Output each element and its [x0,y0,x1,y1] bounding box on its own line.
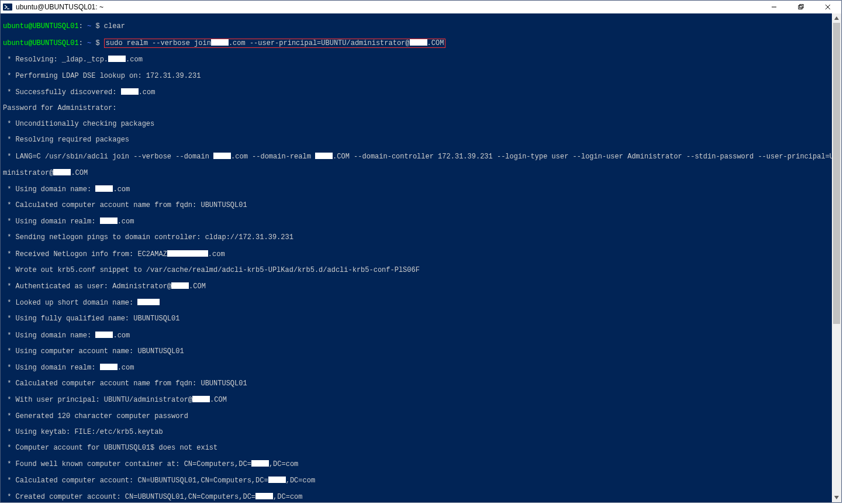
output-line: * Resolving: _ldap._tcp..com [3,56,830,64]
scroll-up-button[interactable] [832,13,841,23]
output-line: * Using domain realm: .com [3,218,830,226]
output-line: * Using keytab: FILE:/etc/krb5.keytab [3,429,830,437]
redaction [121,88,139,95]
window-title: ubuntu@UBUNTUSQL01: ~ [16,3,103,11]
prompt-path: ~ [87,39,91,47]
output-line: * Generated 120 character computer passw… [3,413,830,421]
terminal-output[interactable]: ubuntu@UBUNTUSQL01: ~ $ clear ubuntu@UBU… [1,13,832,502]
redaction [315,153,333,159]
redaction [410,39,427,46]
app-window: ubuntu@UBUNTUSQL01: ~ ubuntu@UBUNTUSQL01… [0,0,842,503]
output-line: Password for Administrator: [3,105,830,113]
redaction [251,460,269,467]
command-clear: clear [104,22,125,30]
redaction [95,332,113,338]
output-line: * Authenticated as user: Administrator@.… [3,282,830,291]
scroll-track[interactable] [832,23,841,493]
redaction [100,364,118,370]
output-line: * Found well known computer container at… [3,460,830,469]
svg-rect-3 [799,6,802,9]
output-line: * Calculated computer account name from … [3,202,830,210]
output-line: * Wrote out krb5.conf snippet to /var/ca… [3,267,830,275]
output-line: * Computer account for UBUNTUSQL01$ does… [3,444,830,453]
terminal-area[interactable]: ubuntu@UBUNTUSQL01: ~ $ clear ubuntu@UBU… [1,13,841,502]
output-line: * Successfully discovered: .com [3,88,830,97]
output-line: * Using domain realm: .com [3,364,830,372]
close-button[interactable] [814,1,841,13]
output-line: * Sending netlogon pings to domain contr… [3,234,830,242]
redaction [167,250,208,257]
output-line: * Calculated computer account name from … [3,380,830,388]
svg-rect-4 [800,5,803,8]
redaction [171,282,189,289]
prompt-user: ubuntu@UBUNTUSQL01 [3,39,79,47]
output-line: * Using fully qualified name: UBUNTUSQL0… [3,315,830,323]
output-line: * Using computer account name: UBUNTUSQL… [3,348,830,356]
redaction [211,39,229,46]
redaction [100,218,118,224]
prompt-user: ubuntu@UBUNTUSQL01 [3,22,79,30]
minimize-button[interactable] [761,1,787,13]
prompt-path: ~ [87,22,91,30]
redaction [213,153,231,159]
output-line: * Created computer account: CN=UBUNTUSQL… [3,493,830,502]
redaction [137,299,160,305]
output-line: * Using domain name: .com [3,185,830,194]
title-bar[interactable]: ubuntu@UBUNTUSQL01: ~ [1,1,841,13]
output-line: * Looked up short domain name: [3,299,830,308]
redaction [95,185,113,192]
output-line: * LANG=C /usr/sbin/adcli join --verbose … [3,153,830,161]
svg-marker-7 [834,16,839,20]
svg-marker-8 [834,496,839,499]
vertical-scrollbar[interactable] [832,13,841,502]
prompt-line: ubuntu@UBUNTUSQL01: ~ $ sudo realm --ver… [3,39,830,48]
output-line: * Resolving required packages [3,136,830,144]
output-line: ministrator@.COM [3,169,830,178]
output-line: * Calculated computer account: CN=UBUNTU… [3,477,830,485]
redaction [53,169,71,175]
redaction [108,56,126,62]
output-line: * Performing LDAP DSE lookup on: 172.31.… [3,73,830,81]
highlighted-command: sudo realm --verbose join.com --user-pri… [104,39,446,48]
redaction [255,493,273,499]
output-line: * Using domain name: .com [3,332,830,340]
output-line: * Received NetLogon info from: EC2AMAZ.c… [3,250,830,259]
maximize-button[interactable] [787,1,814,13]
scroll-down-button[interactable] [832,493,841,502]
output-line: * With user principal: UBUNTU/administra… [3,396,830,405]
prompt-line: ubuntu@UBUNTUSQL01: ~ $ clear [3,23,830,31]
redaction [192,396,210,402]
powershell-icon [3,2,12,12]
output-line: * Unconditionally checking packages [3,120,830,129]
scroll-thumb[interactable] [833,23,840,324]
redaction [268,477,286,483]
